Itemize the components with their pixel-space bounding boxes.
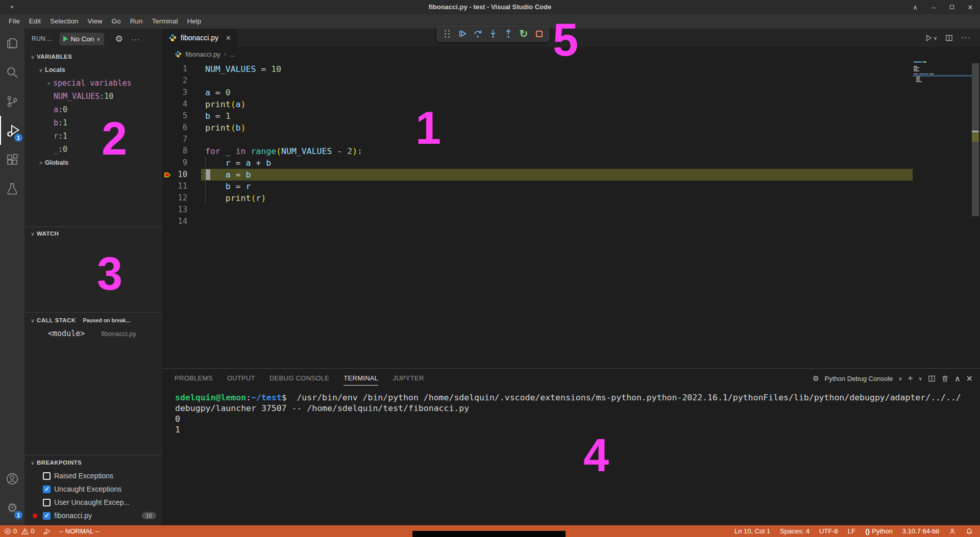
menu-item-file[interactable]: File [4,14,24,29]
gutter[interactable] [162,192,173,204]
feedback-person-icon[interactable] [949,528,956,535]
indentation-setting[interactable]: Spaces: 4 [780,527,810,535]
breakpoint-row[interactable]: Raised Exceptions [24,469,162,482]
menu-item-help[interactable]: Help [182,14,206,29]
code-line[interactable]: 7 [162,134,980,145]
step-out-button[interactable] [501,27,516,41]
panel-tab-jupyter[interactable]: JUPYTER [385,369,431,388]
split-terminal-icon[interactable] [928,375,936,382]
line-number[interactable]: 4 [173,98,190,110]
gutter[interactable] [162,169,173,181]
code-line[interactable]: 14 [162,216,980,227]
breakpoint-checkbox[interactable] [43,485,51,493]
activitybar-search[interactable] [0,58,24,87]
gutter[interactable] [162,181,173,192]
gutter[interactable] [162,110,173,122]
breakpoints-section-header[interactable]: ∨ BREAKPOINTS [24,456,162,469]
breakpoint-row[interactable]: fibonacci.py10 [24,509,162,522]
tab-close-icon[interactable]: ✕ [226,34,231,42]
menu-item-run[interactable]: Run [126,14,148,29]
tab-fibonacci-py[interactable]: fibonacci.py ✕ [162,29,237,47]
code-line[interactable]: 5b = 1 [162,110,980,122]
variable-row[interactable]: _: 0 [24,143,162,156]
breakpoint-row[interactable]: User Uncaught Excep... [24,496,162,509]
panel-tab-terminal[interactable]: TERMINAL [336,369,385,388]
line-number[interactable]: 1 [173,63,190,75]
code-line[interactable]: 13 [162,204,980,216]
terminal-dropdown[interactable]: Python Debug Console [825,375,893,382]
gutter[interactable] [162,63,173,75]
activitybar-explorer[interactable] [0,29,24,58]
gutter[interactable] [162,204,173,216]
breakpoint-checkbox[interactable] [43,499,51,506]
step-over-button[interactable] [470,27,485,41]
gutter[interactable] [162,122,173,134]
terminal-output[interactable]: sdelquin@lemon:~/test$ /usr/bin/env /bin… [175,392,975,435]
new-terminal-icon[interactable]: + [908,373,913,383]
code-line[interactable]: 9 r = a + b [162,157,980,169]
run-python-file-button[interactable]: ∨ [925,34,937,42]
eol-setting[interactable]: LF [848,527,855,535]
menu-item-edit[interactable]: Edit [24,14,45,29]
gutter[interactable] [162,134,173,145]
activitybar-settings[interactable]: ⚙ 1 [0,493,24,522]
code-line[interactable]: 11 b = r [162,181,980,192]
maximize-panel-icon[interactable]: ∧ [954,374,961,383]
activitybar-account[interactable] [0,464,24,493]
encoding-setting[interactable]: UTF-8 [819,527,838,535]
code-area[interactable]: 1NUM_VALUES = 1023a = 04print(a)5b = 16p… [162,63,980,227]
variable-row[interactable]: r: 1 [24,130,162,143]
watch-section-header[interactable]: ∨ WATCH [29,227,162,240]
keep-above-button[interactable]: ∧ [910,2,921,13]
maximize-button[interactable] [946,2,958,13]
breadcrumb-file[interactable]: fibonacci.py [185,50,220,58]
menu-item-go[interactable]: Go [107,14,126,29]
gutter[interactable] [162,145,173,157]
chevron-down-icon[interactable]: ∨ [919,376,922,381]
code-line[interactable]: 2 [162,75,980,87]
menu-item-view[interactable]: View [83,14,107,29]
special-variables-row[interactable]: > special variables [24,76,162,90]
cursor-position[interactable]: Ln 10, Col 1 [734,527,770,535]
locals-scope[interactable]: ∨ Locals [24,63,162,76]
continue-button[interactable] [455,27,470,41]
debug-config-dropdown[interactable]: No Con ∨ [60,33,104,45]
notifications-bell-icon[interactable] [966,528,973,535]
call-stack-frame[interactable]: <module> fibonacci.py [24,327,162,340]
problems-indicator[interactable]: 0 0 [4,527,34,535]
line-number[interactable]: 12 [173,192,190,204]
gutter[interactable] [162,216,173,227]
activitybar-source-control[interactable] [0,87,24,116]
sidebar-more-actions-icon[interactable]: ··· [131,35,140,43]
line-number[interactable]: 6 [173,122,190,134]
more-actions-icon[interactable]: ··· [961,33,971,42]
debug-gear-icon[interactable]: ⚙ [115,35,123,43]
language-mode[interactable]: {} Python [865,527,893,535]
breakpoint-row[interactable]: Uncaught Exceptions [24,482,162,496]
breadcrumb-symbol[interactable]: ... [230,50,235,58]
variables-section-header[interactable]: ∨ VARIABLES [24,50,162,63]
line-number[interactable]: 10 [173,169,190,181]
code-line[interactable]: 4print(a) [162,98,980,110]
chevron-down-icon[interactable]: ∨ [898,376,902,381]
step-into-button[interactable] [485,27,501,41]
close-panel-icon[interactable]: ✕ [966,374,973,383]
panel-tab-problems[interactable]: PROBLEMS [167,369,220,388]
debug-status-icon[interactable] [43,528,51,535]
code-line[interactable]: 10 a = b [162,169,980,181]
line-number[interactable]: 7 [173,134,190,145]
line-number[interactable]: 11 [173,181,190,192]
activitybar-extensions[interactable] [0,145,24,174]
breakpoint-checkbox[interactable] [43,472,51,480]
line-number[interactable]: 13 [173,204,190,216]
line-number[interactable]: 2 [173,75,190,87]
line-number[interactable]: 5 [173,110,190,122]
globals-scope[interactable]: > Globals [24,156,162,169]
close-button[interactable]: ✕ [965,2,976,13]
code-line[interactable]: 8for _ in range(NUM_VALUES - 2): [162,145,980,157]
vim-mode-indicator[interactable]: -- NORMAL -- [59,527,100,535]
split-editor-icon[interactable] [945,34,953,42]
drag-handle-button[interactable] [439,27,455,41]
minimize-button[interactable]: – [928,2,939,13]
gutter[interactable] [162,87,173,98]
